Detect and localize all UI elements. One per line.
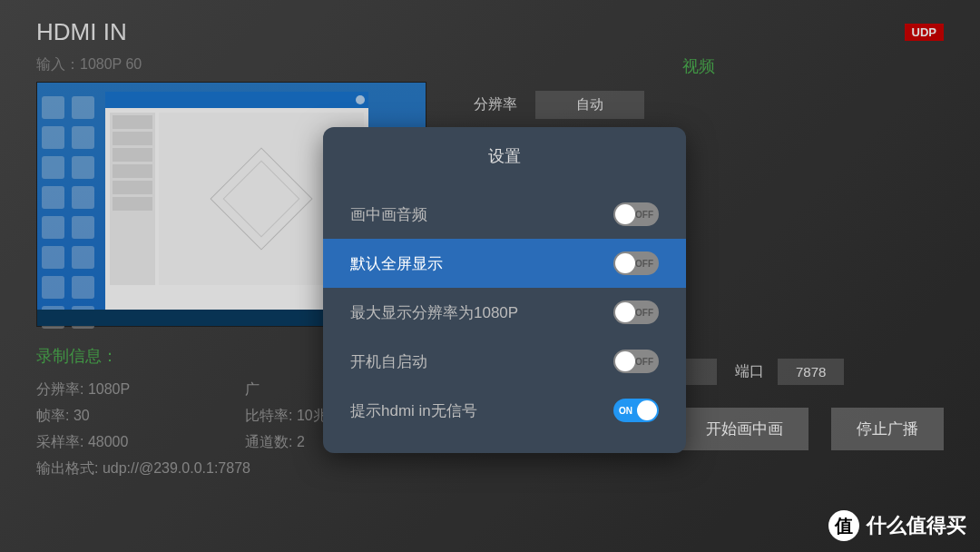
toggle-knob [615,204,635,224]
rec-resolution: 分辨率: 1080P [36,380,218,399]
toggle-knob [615,351,635,371]
stop-broadcast-button[interactable]: 停止广播 [831,408,944,450]
watermark: 值 什么值得买 [828,510,966,541]
rec-framerate: 帧率: 30 [36,407,218,426]
port-value[interactable]: 7878 [778,359,844,385]
input-resolution-label: 输入：1080P 60 [36,55,426,74]
toggle-state-text: OFF [635,357,653,367]
video-section-title: 视频 [454,55,944,77]
modal-setting-row[interactable]: 最大显示分辨率为1080POFF [323,288,686,337]
rec-output-format: 输出格式: udp://@239.0.0.1:7878 [36,459,426,478]
modal-setting-label: 默认全屏显示 [350,253,443,274]
toggle-knob [615,302,635,322]
toggle-switch[interactable]: OFF [613,202,659,226]
toggle-knob [615,253,635,273]
toggle-state-text: OFF [635,210,653,220]
watermark-text: 什么值得买 [867,512,966,539]
modal-setting-row[interactable]: 开机自启动OFF [323,337,686,386]
preview-desktop-icons [42,96,96,314]
udp-badge: UDP [905,24,944,41]
toggle-state-text: OFF [635,308,653,318]
toggle-switch[interactable]: ON [613,399,659,422]
modal-setting-label: 提示hdmi in无信号 [350,400,477,421]
toggle-state-text: OFF [635,259,653,269]
toggle-switch[interactable]: OFF [613,350,659,373]
toggle-switch[interactable]: OFF [613,251,659,275]
watermark-icon: 值 [828,510,859,541]
port-label: 端口 [735,362,764,381]
toggle-knob [637,400,657,420]
video-row-value[interactable]: 自动 [535,91,644,119]
modal-setting-row[interactable]: 默认全屏显示OFF [323,239,686,288]
start-pip-button[interactable]: 开始画中画 [681,408,808,450]
toggle-switch[interactable]: OFF [613,301,659,324]
modal-setting-label: 画中画音频 [350,204,427,225]
settings-modal: 设置 画中画音频OFF默认全屏显示OFF最大显示分辨率为1080POFF开机自启… [323,127,686,453]
modal-title: 设置 [323,145,686,167]
modal-setting-label: 开机自启动 [350,351,427,372]
modal-setting-row[interactable]: 画中画音频OFF [323,190,686,239]
rec-samplerate: 采样率: 48000 [36,433,218,452]
modal-setting-row[interactable]: 提示hdmi in无信号ON [323,386,686,435]
video-row-label: 分辨率 [454,95,517,114]
page-title: HDMI IN [36,18,127,46]
modal-setting-label: 最大显示分辨率为1080P [350,302,518,323]
toggle-state-text: ON [619,406,632,416]
